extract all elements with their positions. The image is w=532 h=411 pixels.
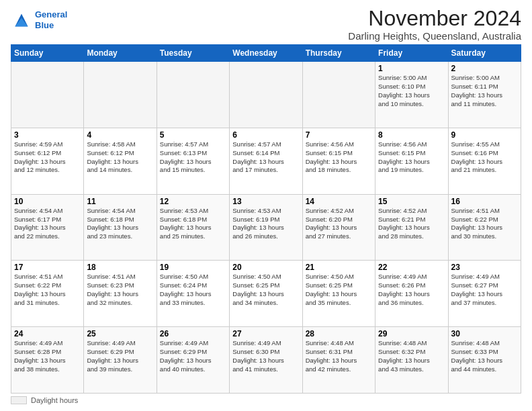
day-number: 20 [232,263,299,272]
page: General Blue November 2024 Darling Heigh… [0,0,532,411]
day-number: 30 [451,329,518,338]
day-number: 12 [160,197,226,206]
day-info: Sunrise: 4:50 AM Sunset: 6:24 PM Dayligh… [160,273,226,307]
calendar-cell: 4Sunrise: 4:58 AM Sunset: 6:12 PM Daylig… [84,128,157,194]
daylight-label: Daylight hours [31,396,78,404]
day-info: Sunrise: 4:51 AM Sunset: 6:23 PM Dayligh… [87,273,153,307]
calendar-header-saturday: Saturday [448,45,521,62]
day-number: 26 [160,329,226,338]
day-number: 2 [451,64,518,73]
calendar-cell: 28Sunrise: 4:48 AM Sunset: 6:31 PM Dayli… [302,327,375,394]
calendar-cell: 26Sunrise: 4:49 AM Sunset: 6:29 PM Dayli… [157,327,229,394]
day-info: Sunrise: 4:48 AM Sunset: 6:32 PM Dayligh… [378,339,445,373]
calendar-cell: 24Sunrise: 4:49 AM Sunset: 6:28 PM Dayli… [11,327,84,394]
calendar-cell: 23Sunrise: 4:49 AM Sunset: 6:27 PM Dayli… [448,261,521,327]
calendar-week-2: 3Sunrise: 4:59 AM Sunset: 6:12 PM Daylig… [11,128,521,194]
day-number: 22 [378,263,445,272]
day-number: 1 [378,64,445,73]
day-number: 19 [160,263,226,272]
day-info: Sunrise: 4:51 AM Sunset: 6:22 PM Dayligh… [14,273,81,307]
calendar-cell: 29Sunrise: 4:48 AM Sunset: 6:32 PM Dayli… [375,327,448,394]
calendar-cell [157,62,229,128]
calendar-week-1: 1Sunrise: 5:00 AM Sunset: 6:10 PM Daylig… [11,62,521,128]
day-number: 8 [378,130,445,140]
calendar-cell: 10Sunrise: 4:54 AM Sunset: 6:17 PM Dayli… [11,194,84,261]
calendar-cell: 1Sunrise: 5:00 AM Sunset: 6:10 PM Daylig… [375,62,448,128]
day-info: Sunrise: 5:00 AM Sunset: 6:10 PM Dayligh… [378,74,445,108]
calendar-cell: 20Sunrise: 4:50 AM Sunset: 6:25 PM Dayli… [230,261,302,327]
title-block: November 2024 Darling Heights, Queenslan… [348,7,521,42]
logo-blue: Blue [35,20,54,30]
day-info: Sunrise: 4:55 AM Sunset: 6:16 PM Dayligh… [451,140,518,175]
calendar-cell: 18Sunrise: 4:51 AM Sunset: 6:23 PM Dayli… [84,261,157,327]
day-info: Sunrise: 4:50 AM Sunset: 6:25 PM Dayligh… [306,273,372,307]
day-info: Sunrise: 4:48 AM Sunset: 6:31 PM Dayligh… [306,339,372,373]
calendar-cell: 6Sunrise: 4:57 AM Sunset: 6:14 PM Daylig… [230,128,302,194]
svg-marker-1 [15,18,28,27]
calendar-header-wednesday: Wednesday [230,45,302,62]
calendar-cell: 22Sunrise: 4:49 AM Sunset: 6:26 PM Dayli… [375,261,448,327]
day-number: 4 [87,130,153,140]
day-info: Sunrise: 4:49 AM Sunset: 6:29 PM Dayligh… [87,339,153,373]
calendar-cell: 25Sunrise: 4:49 AM Sunset: 6:29 PM Dayli… [84,327,157,394]
day-info: Sunrise: 4:52 AM Sunset: 6:21 PM Dayligh… [378,207,445,241]
day-info: Sunrise: 4:58 AM Sunset: 6:12 PM Dayligh… [87,140,153,175]
day-info: Sunrise: 4:56 AM Sunset: 6:15 PM Dayligh… [306,140,372,175]
day-number: 28 [306,329,372,338]
calendar-cell: 12Sunrise: 4:53 AM Sunset: 6:18 PM Dayli… [157,194,229,261]
calendar-cell: 13Sunrise: 4:53 AM Sunset: 6:19 PM Dayli… [230,194,302,261]
day-info: Sunrise: 4:54 AM Sunset: 6:17 PM Dayligh… [14,207,81,241]
day-number: 14 [306,197,372,206]
calendar-cell: 5Sunrise: 4:57 AM Sunset: 6:13 PM Daylig… [157,128,229,194]
day-info: Sunrise: 4:59 AM Sunset: 6:12 PM Dayligh… [14,140,81,175]
day-info: Sunrise: 4:57 AM Sunset: 6:13 PM Dayligh… [160,140,226,175]
day-number: 5 [160,130,226,140]
calendar-cell: 15Sunrise: 4:52 AM Sunset: 6:21 PM Dayli… [375,194,448,261]
footer: Daylight hours [11,396,521,404]
day-info: Sunrise: 4:56 AM Sunset: 6:15 PM Dayligh… [378,140,445,175]
day-number: 10 [14,197,81,206]
day-info: Sunrise: 4:51 AM Sunset: 6:22 PM Dayligh… [451,207,518,241]
day-info: Sunrise: 4:49 AM Sunset: 6:26 PM Dayligh… [378,273,445,307]
calendar-header-thursday: Thursday [302,45,375,62]
day-number: 9 [451,130,518,140]
calendar-cell [11,62,84,128]
day-number: 21 [306,263,372,272]
day-info: Sunrise: 4:49 AM Sunset: 6:29 PM Dayligh… [160,339,226,373]
calendar-header-row: SundayMondayTuesdayWednesdayThursdayFrid… [11,45,521,62]
day-number: 7 [306,130,372,140]
calendar-week-3: 10Sunrise: 4:54 AM Sunset: 6:17 PM Dayli… [11,194,521,261]
day-number: 18 [87,263,153,272]
calendar-cell: 14Sunrise: 4:52 AM Sunset: 6:20 PM Dayli… [302,194,375,261]
calendar-table: SundayMondayTuesdayWednesdayThursdayFrid… [11,44,521,394]
main-title: November 2024 [348,7,521,30]
day-number: 6 [232,130,299,140]
calendar-cell: 11Sunrise: 4:54 AM Sunset: 6:18 PM Dayli… [84,194,157,261]
calendar-cell [302,62,375,128]
logo-general: General [35,9,67,19]
calendar-cell: 16Sunrise: 4:51 AM Sunset: 6:22 PM Dayli… [448,194,521,261]
calendar-cell: 17Sunrise: 4:51 AM Sunset: 6:22 PM Dayli… [11,261,84,327]
day-info: Sunrise: 4:53 AM Sunset: 6:19 PM Dayligh… [232,207,299,241]
day-number: 3 [14,130,81,140]
calendar-header-monday: Monday [84,45,157,62]
calendar-week-5: 24Sunrise: 4:49 AM Sunset: 6:28 PM Dayli… [11,327,521,394]
header: General Blue November 2024 Darling Heigh… [11,7,521,42]
daylight-bar [11,396,27,404]
calendar-cell: 3Sunrise: 4:59 AM Sunset: 6:12 PM Daylig… [11,128,84,194]
calendar-cell [230,62,302,128]
day-info: Sunrise: 4:53 AM Sunset: 6:18 PM Dayligh… [160,207,226,241]
day-number: 17 [14,263,81,272]
day-info: Sunrise: 4:57 AM Sunset: 6:14 PM Dayligh… [232,140,299,175]
logo: General Blue [11,9,67,31]
logo-icon [11,9,32,31]
day-number: 11 [87,197,153,206]
day-number: 25 [87,329,153,338]
day-number: 13 [232,197,299,206]
logo-text: General Blue [35,9,67,30]
day-number: 23 [451,263,518,272]
calendar-cell: 2Sunrise: 5:00 AM Sunset: 6:11 PM Daylig… [448,62,521,128]
day-info: Sunrise: 4:54 AM Sunset: 6:18 PM Dayligh… [87,207,153,241]
subtitle: Darling Heights, Queensland, Australia [348,30,521,42]
calendar-header-sunday: Sunday [11,45,84,62]
